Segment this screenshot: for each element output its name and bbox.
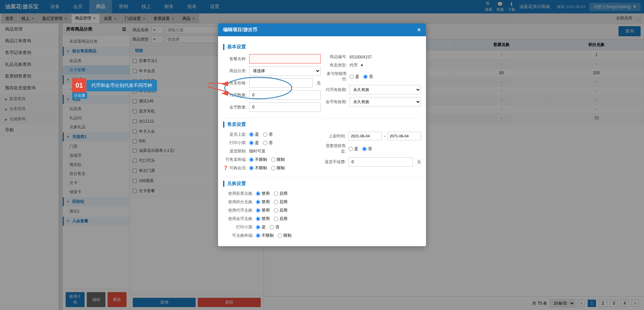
use-coin-disabled-option[interactable]: 禁用 [256,216,270,222]
smart-coin-radio: 是 否 [350,74,373,80]
auth-sale-yes-radio[interactable] [348,147,353,151]
exchange-print-no-radio[interactable] [270,225,274,229]
sale-type-label: 售卖类型: [323,62,347,68]
exchange-print-yes-radio[interactable] [256,225,260,229]
exchange-print-yes-option[interactable]: 是 [256,224,266,230]
on-sale-row: 是否上架: 是 否 [223,132,320,137]
smart-coin-no-option[interactable]: 否 [363,74,373,80]
use-token-enabled-option[interactable]: 启用 [274,208,287,213]
use-points-enabled-radio[interactable] [274,200,278,204]
use-coin-enabled-radio[interactable] [274,217,278,221]
sale-terminal-unlimited-option[interactable]: 不限制 [249,157,267,163]
auth-sale-no-option[interactable]: 否 [362,146,372,152]
use-lottery-disabled-radio[interactable] [256,191,260,196]
sale-price-unit: 元 [317,80,321,86]
use-coin-label: 使用金币兑换: [223,216,253,222]
print-receipt-no-radio[interactable] [263,141,267,145]
sale-terminal-limit-radio[interactable] [271,158,275,162]
buy-member-label: ❓ 可购会员: [223,165,247,171]
return-limit-row: 退货限制: 随时可退 [223,148,320,154]
buy-member-unlimited-radio[interactable] [249,166,254,170]
auth-sale-no-radio[interactable] [362,147,367,151]
use-lottery-disabled-option[interactable]: 禁用 [256,191,270,196]
exchange-print-no-option[interactable]: 否 [270,224,279,230]
coin-expire-label: 金币有效期: [323,99,347,105]
return-fee-input[interactable] [348,157,413,167]
sale-settings-title: 售卖设置 [223,122,421,128]
return-limit-value: 随时可退 [249,148,265,154]
exchange-terminal-unlimited-radio[interactable] [256,233,260,238]
coin-qty-input[interactable] [249,102,321,112]
use-lottery-radio: 禁用 启用 [256,191,287,196]
modal-close-icon[interactable]: ✕ [417,27,421,33]
use-token-disabled-option[interactable]: 禁用 [256,208,270,213]
coin-expire-select[interactable]: 永久有效 [350,97,421,106]
product-code-label: 商品编号: [323,54,347,60]
return-fee-unit: 元 [417,159,421,165]
use-points-enabled-option[interactable]: 启用 [274,199,287,205]
smart-coin-yes-radio[interactable] [350,75,354,79]
exchange-terminal-limit-option[interactable]: 限制 [278,233,291,238]
token-expire-select[interactable]: 永久有效 [350,85,421,94]
sale-settings-left: 是否上架: 是 否 打印小票 [223,132,320,174]
sale-type-value: 代币 [350,62,358,68]
print-receipt-row: 打印小票: 是 否 [223,140,320,146]
basic-settings-grid: 套餐名称: 商品分类: 请选择 售卖价格: 元 [223,54,421,115]
modal-overlay: 编辑项目/游次币 ✕ 基本设置 套餐名称: 商品分类: 请选择 [0,0,644,310]
sale-price-row: 售卖价格: 元 [223,78,321,88]
smart-coin-no-radio[interactable] [363,75,368,79]
sale-terminal-limit-option[interactable]: 限制 [271,157,285,163]
sale-settings-right: 上架时间: - 需要授权售卖: 是 [322,132,421,174]
smart-coin-label: 参与智能售币: [323,71,347,82]
basic-settings-title: 基本设置 [223,44,421,50]
sale-terminal-unlimited-radio[interactable] [249,158,254,162]
auth-sale-radio: 是 否 [348,146,372,152]
sale-price-input[interactable] [249,78,313,88]
use-coin-disabled-radio[interactable] [256,217,260,221]
on-sale-yes-radio[interactable] [249,132,254,137]
use-lottery-enabled-option[interactable]: 启用 [274,191,287,196]
return-limit-label: 退货限制: [223,148,247,154]
smart-coin-yes-option[interactable]: 是 [350,74,359,80]
use-coin-enabled-option[interactable]: 启用 [274,216,287,222]
auth-sale-label: 需要授权售卖: [322,143,346,154]
package-name-input[interactable] [249,54,321,63]
shelf-end-input[interactable] [387,132,421,140]
product-category-label: 商品分类: [223,68,247,74]
on-sale-no-radio[interactable] [263,132,267,137]
print-receipt-yes-radio[interactable] [249,141,254,145]
exchange-terminal-row: 可兑换终端: 不限制 限制 [223,233,321,238]
product-category-select[interactable]: 请选择 [249,66,321,76]
basic-settings-right: 商品编号: 6510004157 售卖类型: 代币 ▼ 参与智能售币: [323,54,421,115]
auth-sale-row: 需要授权售卖: 是 否 [322,143,421,154]
return-fee-row: 退货手续费: 元 [322,157,421,167]
sale-type-dropdown-icon[interactable]: ▼ [360,63,364,67]
print-receipt-radio: 是 否 [249,140,273,146]
use-points-disabled-option[interactable]: 禁用 [256,199,270,205]
use-lottery-enabled-radio[interactable] [274,191,278,196]
buy-member-limit-radio[interactable] [271,166,275,170]
print-receipt-label: 打印小票: [223,140,247,146]
exchange-terminal-unlimited-option[interactable]: 不限制 [256,233,274,238]
auth-sale-yes-option[interactable]: 是 [348,146,358,152]
use-token-disabled-radio[interactable] [256,208,260,213]
use-points-radio: 禁用 启用 [256,199,287,205]
token-qty-input[interactable] [249,90,321,100]
use-points-disabled-radio[interactable] [256,200,260,204]
exchange-print-label: 打印小票: [223,224,253,230]
shelf-start-input[interactable] [348,132,382,140]
modal-dialog: 编辑项目/游次币 ✕ 基本设置 套餐名称: 商品分类: 请选择 [218,24,426,246]
coin-expire-row: 金币有效期: 永久有效 [323,97,421,106]
exchange-terminal-limit-radio[interactable] [278,233,282,238]
print-receipt-no-option[interactable]: 否 [263,140,273,146]
use-token-enabled-radio[interactable] [274,208,278,213]
date-range: - [348,132,421,140]
token-qty-row: 代币数量: [223,90,321,100]
on-sale-yes-option[interactable]: 是 [249,132,259,137]
print-receipt-yes-option[interactable]: 是 [249,140,259,146]
buy-member-limit-option[interactable]: 限制 [271,165,285,171]
buy-member-unlimited-option[interactable]: 不限制 [249,165,267,171]
package-name-row: 套餐名称: [223,54,321,63]
on-sale-no-option[interactable]: 否 [263,132,273,137]
use-coin-row: 使用金币兑换: 禁用 启用 [223,216,321,222]
